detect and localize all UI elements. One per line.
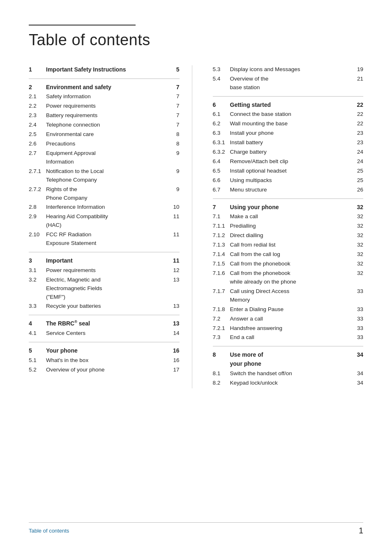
section-divider bbox=[29, 78, 180, 79]
toc-label: Handsfree answering bbox=[230, 324, 355, 333]
toc-label: Call from redial list bbox=[230, 241, 355, 249]
section-divider bbox=[29, 315, 180, 315]
toc-num: 5.2 bbox=[29, 366, 46, 374]
toc-num: 3.3 bbox=[29, 302, 46, 310]
toc-page: 24 bbox=[354, 148, 363, 156]
toc-row: 4.1Service Centers14 bbox=[29, 329, 180, 338]
toc-row: 6.4Remove/Attach belt clip24 bbox=[213, 157, 364, 166]
toc-page: 34 bbox=[354, 369, 363, 378]
toc-label: Call from the phonebook bbox=[230, 260, 355, 268]
toc-num: 7.1.6 bbox=[213, 269, 230, 277]
toc-page: 32 bbox=[354, 203, 363, 212]
toc-label: Install battery bbox=[230, 138, 355, 147]
toc-row: 6.7Menu structure26 bbox=[213, 186, 364, 194]
toc-num: 7.1.2 bbox=[213, 231, 230, 240]
toc-row: 7.3End a call33 bbox=[213, 333, 364, 342]
toc-row-major: 2Environment and safety7 bbox=[29, 83, 180, 92]
toc-num: 2.7.1 bbox=[29, 167, 46, 175]
toc-label: Display icons and Messages bbox=[230, 65, 355, 74]
footer: Table of contents 1 bbox=[29, 522, 363, 535]
toc-page: 9 bbox=[171, 149, 180, 157]
toc-row: 5.3Display icons and Messages19 bbox=[213, 65, 364, 74]
toc-label: Direct dialling bbox=[230, 231, 355, 240]
toc-label: Call from the phonebookwhile already on … bbox=[230, 269, 355, 286]
toc-num: 7.1 bbox=[213, 212, 230, 221]
toc-row: 8.2Keypad lock/unlock34 bbox=[213, 379, 364, 388]
toc-num: 2.7.2 bbox=[29, 185, 46, 194]
toc-page: 19 bbox=[354, 65, 363, 74]
toc-row-major: 5Your phone16 bbox=[29, 346, 180, 355]
toc-label: Notification to the LocalTelephone Compa… bbox=[46, 167, 171, 185]
toc-label: Menu structure bbox=[230, 186, 355, 194]
toc-label: Environmental care bbox=[46, 130, 171, 139]
toc-label: Important bbox=[46, 256, 171, 265]
section-divider bbox=[29, 252, 180, 252]
toc-row: 7.1.3Call from redial list32 bbox=[213, 241, 364, 249]
toc-row: 6.3.1Install battery23 bbox=[213, 138, 364, 147]
toc-label: Keypad lock/unlock bbox=[230, 379, 355, 388]
toc-label: Hearing Aid Compatibility(HAC) bbox=[46, 212, 171, 230]
toc-label: Install your phone bbox=[230, 129, 355, 138]
toc-num: 6.7 bbox=[213, 186, 230, 194]
toc-page: 32 bbox=[354, 212, 363, 221]
toc-page: 8 bbox=[171, 130, 180, 138]
toc-row: 7.1.7Call using Direct AccessMemory33 bbox=[213, 287, 364, 305]
toc-label: Overview of thebase station bbox=[230, 75, 355, 92]
toc-page: 32 bbox=[354, 260, 363, 268]
toc-row: 2.7Equipment ApprovalInformation9 bbox=[29, 149, 180, 166]
footer-page: 1 bbox=[359, 526, 363, 535]
toc-label: Precautions bbox=[46, 140, 171, 148]
toc-page: 34 bbox=[354, 351, 363, 359]
toc-row-major: 3Important11 bbox=[29, 256, 180, 265]
toc-row-major: 7Using your phone32 bbox=[213, 203, 364, 212]
toc-label: Predialling bbox=[230, 222, 355, 231]
section-divider bbox=[213, 96, 364, 97]
toc-num: 2.2 bbox=[29, 102, 46, 110]
toc-row: 2.9Hearing Aid Compatibility(HAC)11 bbox=[29, 212, 180, 230]
toc-page: 17 bbox=[171, 366, 180, 374]
toc-row: 3.3Recycle your batteries13 bbox=[29, 302, 180, 311]
toc-num: 4.1 bbox=[29, 329, 46, 337]
toc-page: 11 bbox=[171, 231, 180, 239]
toc-label: Connect the base station bbox=[230, 110, 355, 119]
toc-row: 5.4Overview of thebase station21 bbox=[213, 75, 364, 92]
toc-num: 7.2 bbox=[213, 315, 230, 323]
toc-page: 16 bbox=[171, 356, 180, 365]
toc-label: Rights of thePhone Company bbox=[46, 185, 171, 203]
toc-label: Battery requirements bbox=[46, 111, 171, 120]
toc-page: 13 bbox=[171, 276, 180, 284]
toc-label: Enter a Dialing Pause bbox=[230, 305, 355, 314]
toc-num: 8.1 bbox=[213, 369, 230, 378]
toc-row: 2.7.2Rights of thePhone Company9 bbox=[29, 185, 180, 203]
toc-row: 5.1What's in the box16 bbox=[29, 356, 180, 365]
toc-page: 33 bbox=[354, 333, 363, 341]
toc-row: 3.1Power requirements12 bbox=[29, 266, 180, 275]
toc-label: Remove/Attach belt clip bbox=[230, 157, 355, 166]
toc-num: 7.2.1 bbox=[213, 324, 230, 332]
toc-row: 6.1Connect the base station22 bbox=[213, 110, 364, 119]
toc-label: Using your phone bbox=[230, 203, 355, 212]
toc-columns: 1Important Safety Instructions52Environm… bbox=[29, 65, 363, 388]
toc-row: 2.3Battery requirements7 bbox=[29, 111, 180, 120]
toc-page: 7 bbox=[171, 121, 180, 129]
toc-num: 6.6 bbox=[213, 176, 230, 185]
toc-label: Environment and safety bbox=[46, 83, 171, 92]
toc-page: 33 bbox=[354, 315, 363, 323]
toc-page: 7 bbox=[171, 111, 180, 120]
toc-page: 23 bbox=[354, 138, 363, 147]
toc-page: 13 bbox=[171, 302, 180, 310]
toc-label: What's in the box bbox=[46, 356, 171, 365]
toc-row: 2.5Environmental care8 bbox=[29, 130, 180, 139]
page: Table of contents 1Important Safety Inst… bbox=[0, 0, 392, 556]
toc-num: 2.10 bbox=[29, 231, 46, 239]
toc-label: Call using Direct AccessMemory bbox=[230, 287, 355, 305]
toc-num: 6.1 bbox=[213, 110, 230, 118]
page-title: Table of contents bbox=[29, 31, 363, 49]
col-right: 5.3Display icons and Messages195.4Overvi… bbox=[209, 65, 364, 388]
section-divider bbox=[213, 346, 364, 346]
toc-label: Telephone connection bbox=[46, 121, 171, 129]
toc-num: 3 bbox=[29, 256, 46, 265]
toc-page: 9 bbox=[171, 167, 180, 175]
toc-row: 8.1Switch the handset off/on34 bbox=[213, 369, 364, 378]
toc-num: 7.1.4 bbox=[213, 250, 230, 258]
